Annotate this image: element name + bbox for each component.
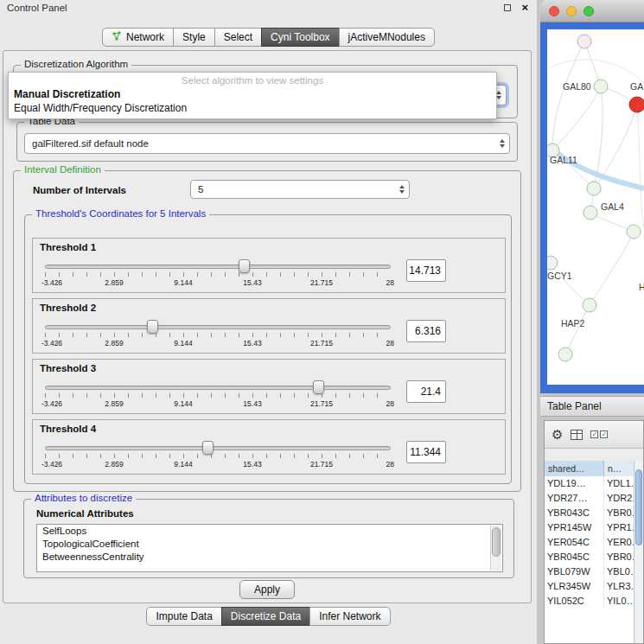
network-node-gcy1[interactable]	[547, 256, 558, 270]
group-title: Discretization Algorithm	[21, 59, 131, 69]
slider-scale-labels: -3.426 2.859 9.144 15.43 21.715 28	[45, 460, 391, 469]
table-data-value: galFiltered.sif default node	[32, 134, 149, 153]
tab-label: Cyni Toolbox	[271, 31, 329, 43]
tab-impute-data[interactable]: Impute Data	[146, 607, 221, 626]
list-scrollbar-thumb[interactable]	[492, 527, 501, 557]
network-node-hap2[interactable]	[583, 298, 596, 312]
network-node-gal4[interactable]	[583, 206, 597, 220]
checkbox-icon[interactable]: ✓	[590, 430, 598, 438]
column-header-name[interactable]: n…	[604, 461, 634, 476]
threshold-3-slider[interactable]: -3.426 2.859 9.144 15.43 21.715 28	[45, 379, 391, 411]
number-of-intervals-value: 5	[198, 181, 203, 198]
columns-icon[interactable]	[571, 430, 583, 440]
network-canvas[interactable]: GAL80 GA GAL11 GAL4 GCY1 H HAP2	[547, 29, 644, 385]
dropdown-option-equal-width[interactable]: Equal Width/Frequency Discretization	[9, 101, 496, 115]
slider-thumb[interactable]	[239, 259, 250, 273]
network-node[interactable]	[577, 35, 591, 48]
table-row[interactable]: YLR345W YLR3…	[545, 579, 634, 594]
dropdown-option-manual[interactable]: Manual Discretization	[9, 87, 496, 101]
network-graph: GAL80 GA GAL11 GAL4 GCY1 H HAP2	[547, 29, 644, 385]
threshold-1-value-field[interactable]: 14.713	[406, 259, 446, 282]
threshold-label: Threshold 3	[40, 363, 96, 373]
tab-select[interactable]: Select	[214, 28, 262, 47]
tab-network[interactable]: Network	[102, 28, 174, 47]
thresholds-coordinates-group: Threshold's Coordinates for 5 Intervals …	[24, 214, 512, 484]
threshold-1-slider[interactable]: -3.426 2.859 9.144 15.43 21.715 28	[45, 258, 391, 290]
number-of-intervals-label: Number of Intervals	[33, 185, 126, 195]
interval-definition-group: Interval Definition Number of Intervals …	[13, 170, 521, 492]
network-selection-frame: GAL80 GA GAL11 GAL4 GCY1 H HAP2	[540, 22, 644, 393]
numerical-attributes-list[interactable]: SelfLoops TopologicalCoefficient Between…	[36, 524, 503, 572]
list-scrollbar[interactable]	[490, 526, 501, 571]
slider-track[interactable]	[45, 325, 391, 329]
table-row[interactable]: YIL052C YIL0…	[545, 594, 634, 609]
tab-style[interactable]: Style	[173, 28, 215, 47]
cyni-toolbox-panel: Discretization Algorithm Select algorith…	[3, 50, 532, 603]
table-row[interactable]: YBL079W YBL0…	[545, 564, 634, 579]
table-row[interactable]: YDL19… YDL1…	[545, 476, 634, 491]
close-icon[interactable]: ×	[521, 3, 528, 13]
slider-thumb[interactable]	[147, 320, 158, 334]
slider-thumb[interactable]	[313, 380, 324, 394]
threshold-4-panel: Threshold 4 -3.426 2.859 9.144 15.43 21.…	[32, 419, 506, 475]
apply-button[interactable]: Apply	[239, 580, 295, 599]
tab-cyni-toolbox[interactable]: Cyni Toolbox	[261, 28, 339, 47]
list-item[interactable]: TopologicalCoefficient	[37, 538, 502, 551]
network-window-titlebar[interactable]	[540, 0, 644, 22]
gear-icon[interactable]: ⚙	[552, 428, 563, 441]
table-panel-header: Table Panel	[540, 396, 644, 417]
threshold-4-slider[interactable]: -3.426 2.859 9.144 15.43 21.715 28	[45, 439, 391, 472]
slider-scale-labels: -3.426 2.859 9.144 15.43 21.715 28	[45, 399, 391, 409]
threshold-2-slider[interactable]: -3.426 2.859 9.144 15.43 21.715 28	[45, 318, 391, 351]
table-row[interactable]: YBR043C YBR0…	[545, 506, 634, 520]
close-traffic-light[interactable]	[549, 6, 559, 16]
table-vertical-scrollbar[interactable]	[634, 461, 643, 643]
node-label-partial: GA	[630, 81, 643, 92]
tab-discretize-data[interactable]: Discretize Data	[221, 607, 310, 626]
threshold-4-value-field[interactable]: 11.344	[406, 441, 446, 463]
node-label-gcy1: GCY1	[547, 271, 572, 281]
table-row[interactable]: YBR045C YBR0…	[545, 550, 634, 564]
control-panel-tabs: Network Style Select Cyni Toolbox jActiv…	[0, 28, 537, 47]
network-node-red-selected[interactable]	[629, 97, 644, 112]
slider-track[interactable]	[45, 386, 391, 390]
list-item[interactable]: BetweennessCentrality	[37, 551, 502, 564]
table-data-combobox[interactable]: galFiltered.sif default node	[24, 133, 510, 154]
zoom-traffic-light[interactable]	[583, 6, 594, 16]
network-node-gal80[interactable]	[594, 80, 608, 93]
column-header-shared-name[interactable]: shared…	[545, 461, 604, 476]
select-columns-checkboxes: ✓ ✓	[590, 430, 608, 438]
network-node[interactable]	[558, 348, 572, 361]
slider-track[interactable]	[45, 265, 391, 269]
checkbox-icon[interactable]: ✓	[600, 430, 608, 438]
group-title: Interval Definition	[21, 164, 105, 175]
slider-thumb[interactable]	[202, 441, 214, 455]
group-title: Attributes to discretize	[31, 493, 136, 503]
node-label-hap2: HAP2	[561, 318, 585, 328]
float-window-icon[interactable]	[504, 4, 511, 11]
node-table: shared… n… YDL19… YDL1… YDR27… YDR2… YBR…	[545, 461, 634, 643]
threshold-3-panel: Threshold 3 -3.426 2.859 9.144 15.43 21.…	[32, 359, 506, 414]
threshold-label: Threshold 1	[40, 242, 96, 252]
table-row[interactable]: YER054C YER0…	[545, 535, 634, 550]
threshold-3-value-field[interactable]: 21.4	[406, 380, 446, 403]
table-toolbar: ⚙ ✓ ✓	[545, 421, 643, 449]
slider-track[interactable]	[45, 446, 391, 450]
list-item[interactable]: SelfLoops	[37, 525, 502, 538]
network-node[interactable]	[627, 225, 641, 239]
table-row[interactable]: YDR27… YDR2…	[545, 491, 634, 506]
threshold-2-value-field[interactable]: 6.316	[406, 320, 446, 342]
table-row[interactable]: YPR145W YPR1…	[545, 520, 634, 535]
minimize-traffic-light[interactable]	[566, 6, 577, 16]
combo-stepper-icon	[399, 185, 405, 194]
tab-infer-network[interactable]: Infer Network	[309, 607, 390, 626]
attributes-to-discretize-group: Attributes to discretize Numerical Attri…	[23, 499, 514, 578]
network-node[interactable]	[587, 182, 601, 195]
tab-jactivemnodules[interactable]: jActiveMNodules	[339, 28, 435, 47]
network-icon	[112, 31, 122, 44]
control-panel-window: Control Panel × Network	[0, 0, 537, 644]
table-scrollbar-thumb[interactable]	[635, 469, 642, 545]
node-label-gal80: GAL80	[563, 81, 591, 92]
number-of-intervals-combobox[interactable]: 5	[190, 180, 410, 199]
cyni-bottom-tabs: Impute Data Discretize Data Infer Networ…	[0, 607, 537, 626]
